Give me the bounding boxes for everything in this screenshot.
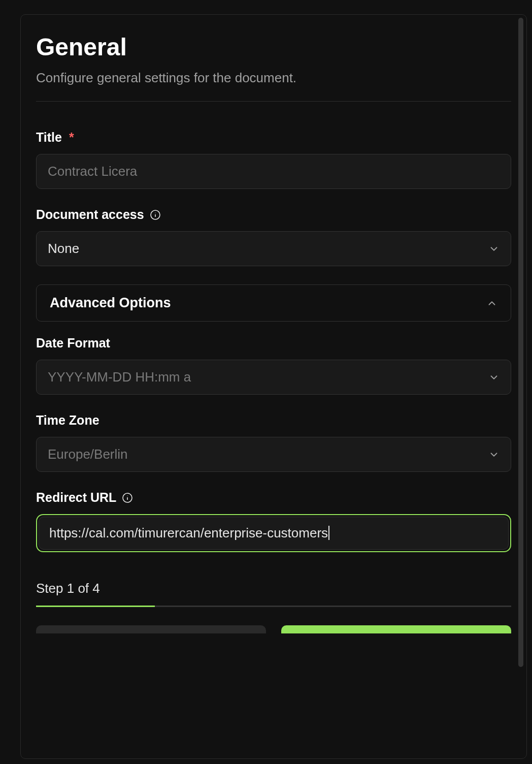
- field-document-access: Document access None: [36, 207, 511, 266]
- scrollbar-track[interactable]: [518, 18, 523, 755]
- document-access-label-text: Document access: [36, 207, 144, 222]
- date-format-label-text: Date Format: [36, 336, 110, 351]
- back-button[interactable]: [36, 625, 266, 633]
- time-zone-select[interactable]: Europe/Berlin: [36, 437, 511, 472]
- progress-fill: [36, 606, 155, 607]
- time-zone-label-text: Time Zone: [36, 413, 99, 428]
- date-format-label: Date Format: [36, 336, 511, 351]
- time-zone-value: Europe/Berlin: [48, 447, 128, 462]
- advanced-options-label: Advanced Options: [50, 295, 171, 311]
- title-label-text: Title: [36, 130, 62, 145]
- page-subtitle: Configure general settings for the docum…: [36, 70, 511, 86]
- date-format-select[interactable]: YYYY-MM-DD HH:mm a: [36, 360, 511, 395]
- text-caret: [328, 526, 329, 540]
- redirect-url-label: Redirect URL: [36, 490, 511, 505]
- info-icon[interactable]: [149, 209, 161, 221]
- redirect-url-value: https://cal.com/timurercan/enterprise-cu…: [49, 525, 328, 540]
- svg-point-2: [155, 212, 155, 213]
- document-access-select[interactable]: None: [36, 231, 511, 266]
- document-access-label: Document access: [36, 207, 511, 222]
- document-access-value: None: [48, 241, 79, 257]
- stepper: Step 1 of 4: [36, 581, 511, 633]
- chevron-up-icon: [486, 298, 497, 309]
- step-label: Step 1 of 4: [36, 581, 511, 596]
- required-asterisk: *: [69, 130, 74, 145]
- field-title: Title*: [36, 130, 511, 189]
- chevron-down-icon: [488, 372, 500, 383]
- redirect-url-focus-ring: https://cal.com/timurercan/enterprise-cu…: [36, 514, 511, 552]
- date-format-value: YYYY-MM-DD HH:mm a: [48, 369, 191, 385]
- time-zone-label: Time Zone: [36, 413, 511, 428]
- field-date-format: Date Format YYYY-MM-DD HH:mm a: [36, 336, 511, 395]
- continue-button[interactable]: [281, 625, 511, 633]
- title-label: Title*: [36, 130, 511, 145]
- progress-track: [36, 606, 511, 607]
- redirect-url-label-text: Redirect URL: [36, 490, 116, 505]
- redirect-url-input[interactable]: https://cal.com/timurercan/enterprise-cu…: [39, 517, 509, 550]
- chevron-down-icon: [488, 449, 500, 460]
- info-icon[interactable]: [121, 492, 134, 504]
- button-row: [36, 625, 511, 633]
- chevron-down-icon: [488, 243, 500, 254]
- page-title: General: [36, 33, 511, 61]
- settings-panel: General Configure general settings for t…: [20, 14, 527, 759]
- field-time-zone: Time Zone Europe/Berlin: [36, 413, 511, 472]
- divider: [36, 101, 511, 102]
- field-redirect-url: Redirect URL https://cal.com/timurercan/…: [36, 490, 511, 552]
- panel-content: General Configure general settings for t…: [21, 15, 526, 758]
- title-input[interactable]: [36, 154, 511, 189]
- scrollbar-thumb[interactable]: [518, 18, 523, 667]
- svg-point-5: [127, 495, 128, 496]
- advanced-options-toggle[interactable]: Advanced Options: [36, 284, 511, 322]
